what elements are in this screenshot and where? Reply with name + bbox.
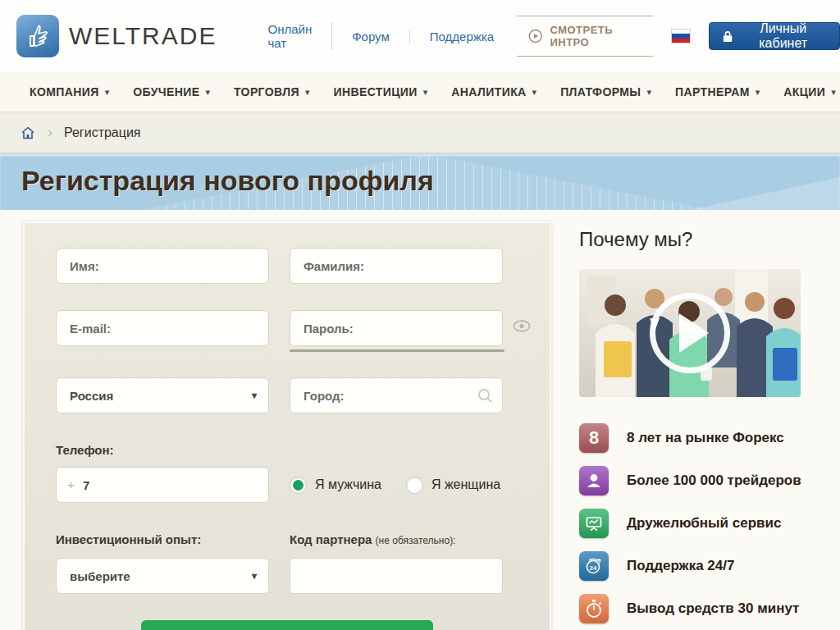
radio-selected-icon xyxy=(290,477,307,494)
why-us-sidebar: Почему мы? xyxy=(579,221,827,630)
sidebar-title: Почему мы? xyxy=(579,228,827,251)
phone-input[interactable] xyxy=(56,467,269,503)
submit-registration-button[interactable] xyxy=(141,620,433,630)
svg-text:7: 7 xyxy=(598,559,601,564)
weltrade-logo[interactable]: WELTRADE xyxy=(16,15,217,57)
page-title: Регистрация нового профиля xyxy=(21,165,434,197)
watch-intro-label: СМОТРЕТЬ ИНТРО xyxy=(550,24,641,48)
benefits-list: 8 8 лет на рынке Форекс Более 100 000 тр… xyxy=(579,423,827,623)
gender-male-label: Я мужчина xyxy=(315,477,381,492)
chevron-down-icon: ▾ xyxy=(105,88,110,97)
city-input[interactable] xyxy=(290,377,503,413)
watch-intro-button[interactable]: СМОТРЕТЬ ИНТРО xyxy=(517,16,653,57)
password-strength-bar xyxy=(290,349,504,352)
benefit-item: Более 100 000 трейдеров xyxy=(579,466,827,495)
friendly-service-icon xyxy=(579,509,609,538)
nav-investments[interactable]: ИНВЕСТИЦИИ ▾ xyxy=(333,85,427,98)
nav-trading[interactable]: ТОРГОВЛЯ ▾ xyxy=(234,85,309,98)
header-links: Онлайн чат Форум Поддержка xyxy=(267,22,494,50)
experience-label: Инвестиционный опыт: xyxy=(56,532,290,546)
partner-code-label: Код партнера (не обязательно): xyxy=(290,532,455,546)
link-forum[interactable]: Форум xyxy=(352,30,410,43)
partner-code-input[interactable] xyxy=(290,558,503,594)
breadcrumb-current: Регистрация xyxy=(64,126,141,140)
benefit-item: Дружелюбный сервис xyxy=(579,509,827,538)
home-icon[interactable] xyxy=(20,125,36,141)
decor-triangle xyxy=(689,154,840,210)
play-circle-icon xyxy=(528,28,542,44)
lock-icon xyxy=(723,30,733,43)
partner-code-note: (не обязательно): xyxy=(376,535,456,546)
radio-unselected-icon xyxy=(406,477,423,494)
nav-partners[interactable]: ПАРТНЕРАМ ▾ xyxy=(675,85,760,98)
experience-selected-value: выберите xyxy=(70,569,130,583)
phone-label: Телефон: xyxy=(56,443,518,457)
years-badge-icon: 8 xyxy=(579,423,609,453)
registration-form: Россия ▾ Телефон: + Я мужчи xyxy=(23,221,551,630)
video-play-icon[interactable] xyxy=(650,293,730,373)
chevron-down-icon: ▾ xyxy=(756,88,760,97)
search-icon xyxy=(477,388,493,404)
svg-text:24: 24 xyxy=(590,564,597,572)
site-header: WELTRADE Онлайн чат Форум Поддержка СМОТ… xyxy=(0,0,840,72)
nav-platforms[interactable]: ПЛАТФОРМЫ ▾ xyxy=(560,85,651,98)
nav-promotions[interactable]: АКЦИИ ▾ xyxy=(783,85,836,98)
personal-account-button[interactable]: Личный кабинет xyxy=(709,22,840,50)
breadcrumb: › Регистрация xyxy=(0,112,840,153)
chevron-down-icon: ▾ xyxy=(305,88,310,97)
chevron-down-icon: ▾ xyxy=(252,571,257,581)
benefit-item: Вывод средств 30 минут xyxy=(579,594,827,623)
experience-select[interactable]: выберите ▾ xyxy=(56,558,269,594)
chevron-down-icon: ▾ xyxy=(646,88,651,97)
benefit-item: 8 8 лет на рынке Форекс xyxy=(579,423,827,453)
email-input[interactable] xyxy=(56,310,269,346)
chevron-down-icon: ▾ xyxy=(532,88,537,97)
logo-wordmark: WELTRADE xyxy=(69,22,217,50)
gender-radio-group: Я мужчина Я женщина xyxy=(290,477,500,494)
breadcrumb-chevron-icon: › xyxy=(48,124,52,141)
country-selected-value: Россия xyxy=(70,389,113,403)
show-password-eye-icon[interactable] xyxy=(513,320,531,332)
stopwatch-icon xyxy=(579,594,609,623)
chevron-down-icon: ▾ xyxy=(205,88,210,97)
video-thumbnail[interactable] xyxy=(579,269,801,397)
thumbs-up-logo-icon xyxy=(16,15,59,57)
chevron-down-icon: ▾ xyxy=(252,390,257,400)
personal-account-label: Личный кабинет xyxy=(740,21,826,51)
gender-male-radio[interactable]: Я мужчина xyxy=(290,477,381,494)
chevron-down-icon: ▾ xyxy=(831,88,836,97)
nav-education[interactable]: ОБУЧЕНИЕ ▾ xyxy=(133,85,210,98)
phone-prefix: + xyxy=(67,477,75,491)
support-24-7-icon: 24 7 xyxy=(579,551,609,581)
nav-analytics[interactable]: АНАЛИТИКА ▾ xyxy=(451,85,536,98)
traders-icon xyxy=(579,466,609,495)
russian-flag-icon[interactable] xyxy=(671,29,691,43)
first-name-input[interactable] xyxy=(56,248,269,284)
benefit-item: 24 7 Поддержка 24/7 xyxy=(579,551,827,581)
country-select[interactable]: Россия ▾ xyxy=(56,377,269,413)
link-online-chat[interactable]: Онлайн чат xyxy=(267,22,332,50)
password-input[interactable] xyxy=(290,310,503,346)
gender-female-label: Я женщина xyxy=(431,477,500,492)
page-title-band: Регистрация нового профиля xyxy=(0,153,840,210)
main-content: Россия ▾ Телефон: + Я мужчи xyxy=(0,210,840,630)
nav-company[interactable]: КОМПАНИЯ ▾ xyxy=(30,85,109,98)
gender-female-radio[interactable]: Я женщина xyxy=(406,477,500,494)
main-navigation: КОМПАНИЯ ▾ ОБУЧЕНИЕ ▾ ТОРГОВЛЯ ▾ ИНВЕСТИ… xyxy=(0,72,840,112)
link-support[interactable]: Поддержка xyxy=(430,30,494,43)
last-name-input[interactable] xyxy=(290,248,503,284)
chevron-down-icon: ▾ xyxy=(423,88,428,97)
